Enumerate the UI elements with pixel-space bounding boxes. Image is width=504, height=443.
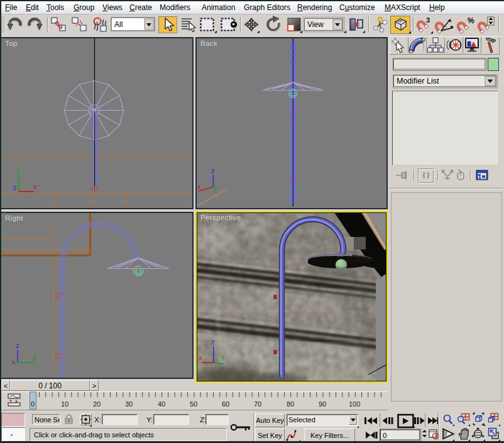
svg-text:z: z <box>16 342 19 349</box>
svg-text:40: 40 <box>158 400 165 408</box>
svg-text:20: 20 <box>93 400 101 408</box>
svg-text:z: z <box>13 183 17 191</box>
svg-text:90: 90 <box>319 400 326 408</box>
svg-text:3: 3 <box>426 16 430 24</box>
svg-text:70: 70 <box>254 400 261 408</box>
svg-text:0: 0 <box>383 432 386 439</box>
svg-text:X:: X: <box>94 416 101 424</box>
svg-text:80: 80 <box>287 400 294 408</box>
svg-text:x: x <box>33 183 37 190</box>
svg-text:100: 100 <box>349 400 360 408</box>
svg-text:View: View <box>307 20 324 29</box>
svg-text:x: x <box>199 354 202 361</box>
svg-text:%: % <box>468 16 474 25</box>
svg-text:x: x <box>197 183 201 190</box>
svg-text:All: All <box>114 20 123 29</box>
svg-text:60: 60 <box>222 400 229 408</box>
svg-text:y: y <box>16 166 20 173</box>
svg-text:30: 30 <box>125 400 133 408</box>
svg-text:y: y <box>221 353 225 360</box>
svg-text:z: z <box>211 338 215 346</box>
svg-text:Y:: Y: <box>146 416 153 424</box>
svg-text:10: 10 <box>61 400 68 408</box>
svg-text:Modifier List: Modifier List <box>397 77 439 85</box>
svg-text:50: 50 <box>190 400 197 408</box>
svg-text:y: y <box>213 185 217 192</box>
svg-text:x: x <box>12 358 16 366</box>
svg-text:0: 0 <box>31 400 35 408</box>
svg-text:z: z <box>211 167 215 174</box>
svg-text:y: y <box>33 353 36 361</box>
